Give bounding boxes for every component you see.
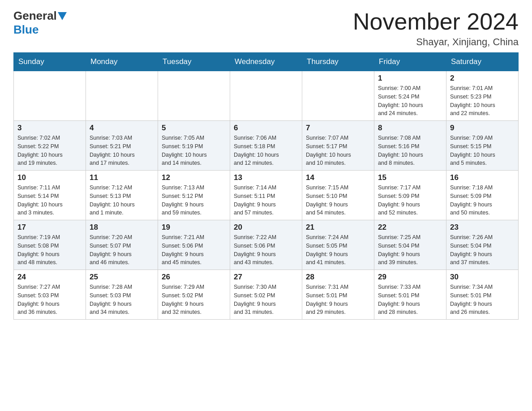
day-number: 24 [17, 273, 82, 282]
day-info: Sunrise: 7:26 AM Sunset: 5:04 PM Dayligh… [450, 233, 515, 267]
day-of-week-header: Friday [374, 53, 446, 71]
calendar-week-row: 10Sunrise: 7:11 AM Sunset: 5:14 PM Dayli… [14, 171, 519, 220]
day-info: Sunrise: 7:33 AM Sunset: 5:01 PM Dayligh… [378, 283, 442, 317]
day-of-week-header: Tuesday [158, 53, 230, 71]
calendar-week-row: 3Sunrise: 7:02 AM Sunset: 5:22 PM Daylig… [14, 121, 519, 171]
day-info: Sunrise: 7:12 AM Sunset: 5:13 PM Dayligh… [90, 184, 154, 217]
calendar-day-cell: 21Sunrise: 7:24 AM Sunset: 5:05 PM Dayli… [302, 220, 374, 270]
day-number: 15 [378, 173, 442, 182]
calendar-week-row: 24Sunrise: 7:27 AM Sunset: 5:03 PM Dayli… [14, 270, 519, 320]
day-number: 14 [306, 173, 370, 182]
day-info: Sunrise: 7:31 AM Sunset: 5:01 PM Dayligh… [306, 283, 370, 317]
day-number: 1 [378, 74, 442, 83]
page-header: General Blue November 2024 Shayar, Xinji… [13, 9, 519, 48]
day-info: Sunrise: 7:18 AM Sunset: 5:09 PM Dayligh… [450, 184, 515, 217]
day-info: Sunrise: 7:21 AM Sunset: 5:06 PM Dayligh… [162, 233, 226, 267]
logo-blue-text: Blue [13, 23, 39, 36]
calendar-day-cell: 12Sunrise: 7:13 AM Sunset: 5:12 PM Dayli… [158, 171, 230, 220]
calendar-day-cell: 3Sunrise: 7:02 AM Sunset: 5:22 PM Daylig… [14, 121, 86, 171]
day-info: Sunrise: 7:03 AM Sunset: 5:21 PM Dayligh… [90, 134, 154, 167]
calendar-week-row: 17Sunrise: 7:19 AM Sunset: 5:08 PM Dayli… [14, 220, 519, 270]
day-info: Sunrise: 7:27 AM Sunset: 5:03 PM Dayligh… [17, 283, 82, 317]
day-info: Sunrise: 7:24 AM Sunset: 5:05 PM Dayligh… [306, 233, 370, 267]
day-number: 6 [234, 124, 298, 133]
calendar-day-cell: 10Sunrise: 7:11 AM Sunset: 5:14 PM Dayli… [14, 171, 86, 220]
day-info: Sunrise: 7:09 AM Sunset: 5:15 PM Dayligh… [450, 134, 515, 167]
calendar-day-cell: 24Sunrise: 7:27 AM Sunset: 5:03 PM Dayli… [14, 270, 86, 320]
day-number: 30 [450, 273, 515, 282]
calendar-table: SundayMondayTuesdayWednesdayThursdayFrid… [13, 52, 519, 320]
day-info: Sunrise: 7:05 AM Sunset: 5:19 PM Dayligh… [162, 134, 226, 167]
calendar-day-cell [302, 71, 374, 121]
day-number: 28 [306, 273, 370, 282]
calendar-day-cell: 17Sunrise: 7:19 AM Sunset: 5:08 PM Dayli… [14, 220, 86, 270]
day-number: 9 [450, 124, 515, 133]
calendar-day-cell: 14Sunrise: 7:15 AM Sunset: 5:10 PM Dayli… [302, 171, 374, 220]
day-info: Sunrise: 7:01 AM Sunset: 5:23 PM Dayligh… [450, 84, 515, 118]
day-of-week-header: Sunday [14, 53, 86, 71]
calendar-day-cell: 11Sunrise: 7:12 AM Sunset: 5:13 PM Dayli… [86, 171, 158, 220]
calendar-header-row: SundayMondayTuesdayWednesdayThursdayFrid… [14, 53, 519, 71]
day-info: Sunrise: 7:34 AM Sunset: 5:01 PM Dayligh… [450, 283, 515, 317]
calendar-day-cell [14, 71, 86, 121]
calendar-day-cell: 30Sunrise: 7:34 AM Sunset: 5:01 PM Dayli… [446, 270, 519, 320]
calendar-day-cell [158, 71, 230, 121]
day-number: 5 [162, 124, 226, 133]
logo-triangle-icon [58, 12, 67, 20]
day-info: Sunrise: 7:22 AM Sunset: 5:06 PM Dayligh… [234, 233, 298, 267]
calendar-day-cell: 28Sunrise: 7:31 AM Sunset: 5:01 PM Dayli… [302, 270, 374, 320]
day-info: Sunrise: 7:30 AM Sunset: 5:02 PM Dayligh… [234, 283, 298, 317]
day-info: Sunrise: 7:25 AM Sunset: 5:04 PM Dayligh… [378, 233, 442, 267]
calendar-day-cell [230, 71, 302, 121]
day-number: 11 [90, 173, 154, 182]
calendar-day-cell: 7Sunrise: 7:07 AM Sunset: 5:17 PM Daylig… [302, 121, 374, 171]
day-of-week-header: Saturday [446, 53, 519, 71]
day-number: 27 [234, 273, 298, 282]
day-number: 17 [17, 223, 82, 232]
calendar-day-cell: 16Sunrise: 7:18 AM Sunset: 5:09 PM Dayli… [446, 171, 519, 220]
day-number: 19 [162, 223, 226, 232]
day-info: Sunrise: 7:07 AM Sunset: 5:17 PM Dayligh… [306, 134, 370, 167]
day-info: Sunrise: 7:19 AM Sunset: 5:08 PM Dayligh… [17, 233, 82, 267]
day-number: 22 [378, 223, 442, 232]
day-of-week-header: Monday [86, 53, 158, 71]
calendar-title-area: November 2024 Shayar, Xinjiang, China [353, 9, 519, 48]
day-info: Sunrise: 7:17 AM Sunset: 5:09 PM Dayligh… [378, 184, 442, 217]
calendar-day-cell: 27Sunrise: 7:30 AM Sunset: 5:02 PM Dayli… [230, 270, 302, 320]
day-number: 18 [90, 223, 154, 232]
logo: General Blue [13, 9, 68, 37]
day-number: 3 [17, 124, 82, 133]
calendar-day-cell: 9Sunrise: 7:09 AM Sunset: 5:15 PM Daylig… [446, 121, 519, 171]
calendar-day-cell: 23Sunrise: 7:26 AM Sunset: 5:04 PM Dayli… [446, 220, 519, 270]
calendar-day-cell: 15Sunrise: 7:17 AM Sunset: 5:09 PM Dayli… [374, 171, 446, 220]
day-number: 13 [234, 173, 298, 182]
calendar-month-year: November 2024 [353, 9, 519, 34]
day-info: Sunrise: 7:02 AM Sunset: 5:22 PM Dayligh… [17, 134, 82, 167]
day-number: 16 [450, 173, 515, 182]
day-number: 26 [162, 273, 226, 282]
logo-general-text: General [13, 9, 57, 23]
day-info: Sunrise: 7:11 AM Sunset: 5:14 PM Dayligh… [17, 184, 82, 217]
day-info: Sunrise: 7:06 AM Sunset: 5:18 PM Dayligh… [234, 134, 298, 167]
calendar-day-cell: 5Sunrise: 7:05 AM Sunset: 5:19 PM Daylig… [158, 121, 230, 171]
day-info: Sunrise: 7:14 AM Sunset: 5:11 PM Dayligh… [234, 184, 298, 217]
calendar-day-cell: 29Sunrise: 7:33 AM Sunset: 5:01 PM Dayli… [374, 270, 446, 320]
day-info: Sunrise: 7:13 AM Sunset: 5:12 PM Dayligh… [162, 184, 226, 217]
day-number: 7 [306, 124, 370, 133]
calendar-day-cell: 26Sunrise: 7:29 AM Sunset: 5:02 PM Dayli… [158, 270, 230, 320]
day-info: Sunrise: 7:00 AM Sunset: 5:24 PM Dayligh… [378, 84, 442, 118]
day-info: Sunrise: 7:28 AM Sunset: 5:03 PM Dayligh… [90, 283, 154, 317]
calendar-day-cell: 20Sunrise: 7:22 AM Sunset: 5:06 PM Dayli… [230, 220, 302, 270]
calendar-day-cell: 8Sunrise: 7:08 AM Sunset: 5:16 PM Daylig… [374, 121, 446, 171]
calendar-day-cell: 1Sunrise: 7:00 AM Sunset: 5:24 PM Daylig… [374, 71, 446, 121]
calendar-day-cell: 18Sunrise: 7:20 AM Sunset: 5:07 PM Dayli… [86, 220, 158, 270]
day-number: 25 [90, 273, 154, 282]
day-number: 12 [162, 173, 226, 182]
day-info: Sunrise: 7:08 AM Sunset: 5:16 PM Dayligh… [378, 134, 442, 167]
day-info: Sunrise: 7:15 AM Sunset: 5:10 PM Dayligh… [306, 184, 370, 217]
day-info: Sunrise: 7:29 AM Sunset: 5:02 PM Dayligh… [162, 283, 226, 317]
calendar-location: Shayar, Xinjiang, China [353, 36, 519, 48]
day-info: Sunrise: 7:20 AM Sunset: 5:07 PM Dayligh… [90, 233, 154, 267]
calendar-day-cell: 25Sunrise: 7:28 AM Sunset: 5:03 PM Dayli… [86, 270, 158, 320]
calendar-day-cell: 22Sunrise: 7:25 AM Sunset: 5:04 PM Dayli… [374, 220, 446, 270]
